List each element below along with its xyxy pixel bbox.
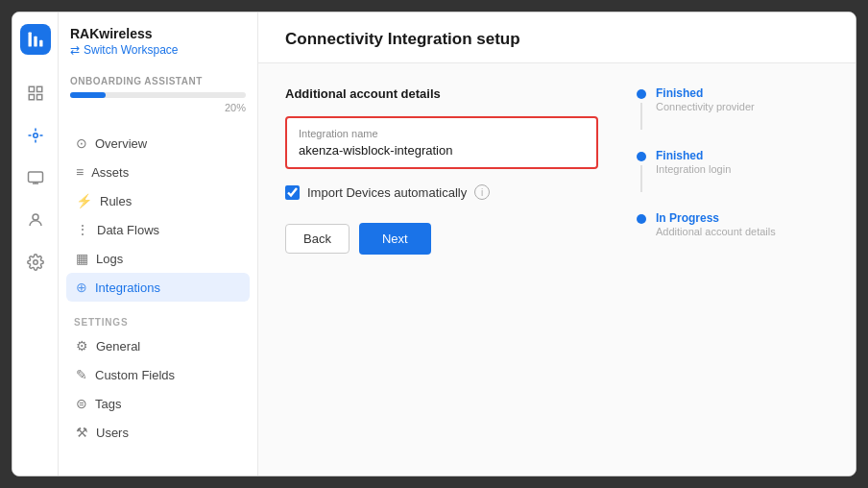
step-dot-wrap-connectivity <box>637 86 646 130</box>
svg-rect-2 <box>39 40 42 47</box>
switch-workspace-link[interactable]: ⇄ Switch Workspace <box>70 43 246 57</box>
steps-panel: Finished Connectivity provider Finished … <box>637 86 829 452</box>
back-button[interactable]: Back <box>285 224 350 254</box>
svg-rect-4 <box>36 86 41 91</box>
nav-item-general-label: General <box>96 339 140 354</box>
nav-item-integrations-label: Integrations <box>95 281 160 295</box>
main-body: Additional account details Integration n… <box>258 63 856 476</box>
general-icon: ⚙ <box>76 338 88 354</box>
svg-rect-1 <box>34 37 36 47</box>
svg-rect-5 <box>29 95 34 100</box>
nav-item-users-label: Users <box>96 426 129 440</box>
svg-rect-6 <box>36 95 41 100</box>
progress-bar-fill <box>70 92 106 98</box>
nav-item-tags-label: Tags <box>95 397 121 411</box>
users-icon: ⚒ <box>76 425 88 440</box>
app-logo <box>20 24 51 55</box>
logs-icon: ▦ <box>76 251 88 266</box>
integration-name-value: akenza-wisblock-integration <box>299 143 585 158</box>
step-connectivity: Finished Connectivity provider <box>637 86 829 130</box>
nav-item-overview[interactable]: ⊙ Overview <box>66 129 250 158</box>
onboarding-label: ONBOARDING ASSISTANT <box>70 76 246 86</box>
nav-item-tags[interactable]: ⊜ Tags <box>66 389 250 418</box>
svg-rect-0 <box>28 33 31 47</box>
page-title: Connectivity Integration setup <box>285 30 829 49</box>
step-line-login <box>640 165 642 192</box>
svg-point-10 <box>33 260 37 265</box>
step-dot-wrap-account <box>637 211 646 224</box>
integration-name-label: Integration name <box>299 128 585 139</box>
step-status-login: Finished <box>656 149 731 162</box>
nav-item-overview-label: Overview <box>95 136 147 151</box>
step-status-account: In Progress <box>656 211 776 225</box>
nav-item-logs[interactable]: ▦ Logs <box>66 244 250 273</box>
step-account: In Progress Additional account details <box>637 211 829 237</box>
integrations-icon: ⊕ <box>76 280 87 295</box>
app-window: RAKwireless ⇄ Switch Workspace ONBOARDIN… <box>12 12 856 476</box>
progress-bar-container <box>70 92 246 98</box>
rules-icon: ⚡ <box>76 193 92 208</box>
step-text-account: In Progress Additional account details <box>656 211 776 237</box>
svg-rect-3 <box>29 86 34 91</box>
info-icon[interactable]: i <box>474 184 490 200</box>
nav-icon-settings[interactable] <box>18 245 53 280</box>
settings-section-label: SETTINGS <box>66 309 250 331</box>
nav-icon-dashboard[interactable] <box>18 76 53 110</box>
import-devices-row: Import Devices automatically i <box>285 184 598 200</box>
nav-section-main: ⊙ Overview ≡ Assets ⚡ Rules ⋮ Data Flows… <box>59 125 257 305</box>
step-text-login: Finished Integration login <box>656 149 731 175</box>
import-devices-checkbox[interactable] <box>285 185 300 200</box>
tags-icon: ⊜ <box>76 396 87 411</box>
dataflows-icon: ⋮ <box>76 222 89 237</box>
step-dot-wrap-login <box>637 149 646 192</box>
nav-item-dataflows[interactable]: ⋮ Data Flows <box>66 215 250 244</box>
workspace-area: RAKwireless ⇄ Switch Workspace <box>59 26 257 68</box>
nav-icon-monitor[interactable] <box>18 160 53 195</box>
step-dot-account <box>637 214 646 224</box>
form-section: Additional account details Integration n… <box>285 86 598 452</box>
nav-icon-user[interactable] <box>18 203 53 237</box>
nav-item-logs-label: Logs <box>96 252 123 266</box>
nav-item-assets[interactable]: ≡ Assets <box>66 158 250 186</box>
step-login: Finished Integration login <box>637 149 829 192</box>
assets-icon: ≡ <box>76 164 84 180</box>
icon-bar <box>12 12 59 476</box>
main-content: Connectivity Integration setup Additiona… <box>258 12 856 476</box>
overview-icon: ⊙ <box>76 135 87 151</box>
progress-pct: 20% <box>70 102 246 113</box>
button-row: Back Next <box>285 223 598 255</box>
integration-name-field-group: Integration name akenza-wisblock-integra… <box>285 116 598 169</box>
customfields-icon: ✎ <box>76 367 87 382</box>
step-desc-account: Additional account details <box>656 226 776 237</box>
main-header: Connectivity Integration setup <box>258 12 856 63</box>
sidebar: RAKwireless ⇄ Switch Workspace ONBOARDIN… <box>59 12 258 476</box>
next-button[interactable]: Next <box>359 223 431 255</box>
onboarding-section: ONBOARDING ASSISTANT 20% <box>59 68 257 125</box>
nav-item-rules-label: Rules <box>100 194 132 208</box>
workspace-name: RAKwireless <box>70 26 246 41</box>
step-dot-login <box>637 152 646 161</box>
step-dot-connectivity <box>637 89 646 99</box>
nav-item-dataflows-label: Data Flows <box>97 223 159 237</box>
nav-item-customfields-label: Custom Fields <box>95 368 175 382</box>
svg-point-7 <box>33 134 37 138</box>
switch-icon: ⇄ <box>70 43 80 57</box>
nav-item-users[interactable]: ⚒ Users <box>66 418 250 447</box>
nav-item-rules[interactable]: ⚡ Rules <box>66 186 250 215</box>
step-text-connectivity: Finished Connectivity provider <box>656 86 755 112</box>
nav-section-settings: SETTINGS ⚙ General ✎ Custom Fields ⊜ Tag… <box>59 305 257 451</box>
nav-item-assets-label: Assets <box>91 165 129 180</box>
nav-item-general[interactable]: ⚙ General <box>66 331 250 360</box>
svg-rect-8 <box>28 172 42 183</box>
import-devices-label: Import Devices automatically <box>307 185 467 200</box>
section-title: Additional account details <box>285 86 598 101</box>
step-line-connectivity <box>640 103 642 130</box>
nav-item-customfields[interactable]: ✎ Custom Fields <box>66 360 250 389</box>
svg-point-9 <box>33 214 38 220</box>
nav-icon-integrations[interactable] <box>18 118 53 153</box>
step-status-connectivity: Finished <box>656 86 755 100</box>
step-desc-connectivity: Connectivity provider <box>656 101 755 112</box>
step-desc-login: Integration login <box>656 163 731 175</box>
nav-item-integrations[interactable]: ⊕ Integrations <box>66 273 250 302</box>
